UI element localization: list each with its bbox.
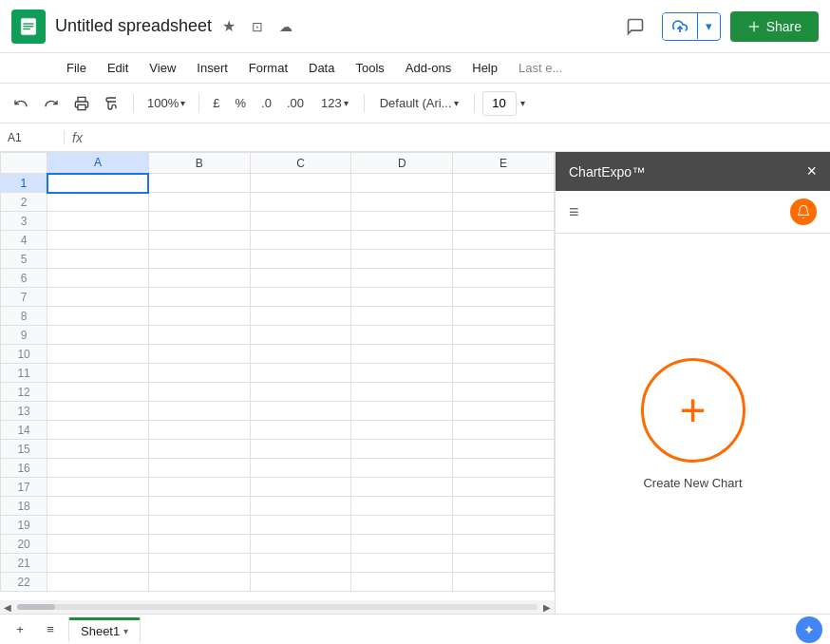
scroll-left-arrow[interactable]: ◀: [4, 602, 11, 613]
cell-D19[interactable]: [351, 516, 453, 535]
row-header-5[interactable]: 5: [1, 250, 47, 269]
cell-D4[interactable]: [351, 231, 453, 250]
cell-E19[interactable]: [453, 516, 555, 535]
cell-C1[interactable]: [250, 174, 351, 193]
cell-C20[interactable]: [250, 535, 351, 554]
cell-E6[interactable]: [453, 269, 555, 288]
cell-D18[interactable]: [351, 497, 453, 516]
cell-A7[interactable]: [47, 288, 149, 307]
explore-button[interactable]: ✦: [796, 616, 822, 643]
col-header-e[interactable]: E: [453, 153, 555, 174]
cell-D17[interactable]: [351, 478, 453, 497]
upload-arrow-button[interactable]: ▾: [697, 13, 720, 39]
col-header-b[interactable]: B: [148, 153, 250, 174]
cell-C16[interactable]: [250, 459, 351, 478]
cell-B17[interactable]: [148, 478, 250, 497]
cell-D9[interactable]: [351, 326, 453, 345]
cell-C4[interactable]: [250, 231, 351, 250]
cell-B9[interactable]: [148, 326, 250, 345]
cell-B13[interactable]: [148, 402, 250, 421]
cell-E4[interactable]: [453, 231, 555, 250]
cell-B3[interactable]: [148, 212, 250, 231]
cell-E14[interactable]: [453, 421, 555, 440]
row-header-11[interactable]: 11: [1, 364, 47, 383]
cell-E7[interactable]: [453, 288, 555, 307]
menu-format[interactable]: Format: [239, 57, 297, 79]
row-header-1[interactable]: 1: [1, 174, 47, 193]
cell-A8[interactable]: [47, 307, 149, 326]
print-button[interactable]: [68, 90, 95, 117]
menu-edit[interactable]: Edit: [98, 57, 138, 79]
row-header-3[interactable]: 3: [1, 212, 47, 231]
cell-D13[interactable]: [351, 402, 453, 421]
cell-B4[interactable]: [148, 231, 250, 250]
scroll-right-arrow[interactable]: ▶: [543, 602, 551, 613]
cell-A21[interactable]: [47, 554, 149, 573]
paint-format-button[interactable]: [99, 90, 125, 117]
cell-A6[interactable]: [47, 269, 149, 288]
cell-C10[interactable]: [250, 345, 351, 364]
row-header-8[interactable]: 8: [1, 307, 47, 326]
cell-E17[interactable]: [453, 478, 555, 497]
horizontal-scrollbar[interactable]: ◀ ▶: [0, 600, 555, 614]
cell-C22[interactable]: [250, 573, 351, 592]
cloud-icon[interactable]: ☁: [276, 17, 295, 36]
panel-menu-icon[interactable]: ≡: [569, 202, 579, 222]
cell-C8[interactable]: [250, 307, 351, 326]
comments-button[interactable]: [618, 9, 652, 44]
cell-B22[interactable]: [148, 573, 250, 592]
col-header-a[interactable]: A: [47, 153, 149, 174]
cell-C21[interactable]: [250, 554, 351, 573]
cell-D8[interactable]: [351, 307, 453, 326]
cell-A2[interactable]: [47, 193, 149, 212]
menu-help[interactable]: Help: [462, 57, 507, 79]
cell-A19[interactable]: [47, 516, 149, 535]
cell-E9[interactable]: [453, 326, 555, 345]
cell-D21[interactable]: [351, 554, 453, 573]
redo-button[interactable]: [38, 90, 65, 117]
menu-addons[interactable]: Add-ons: [396, 57, 461, 79]
cell-E20[interactable]: [453, 535, 555, 554]
col-header-d[interactable]: D: [351, 153, 453, 174]
cell-B14[interactable]: [148, 421, 250, 440]
cell-B10[interactable]: [148, 345, 250, 364]
cell-reference-box[interactable]: A1: [8, 131, 65, 144]
cell-D5[interactable]: [351, 250, 453, 269]
font-dropdown[interactable]: Default (Ari... ▾: [372, 94, 466, 112]
cell-D3[interactable]: [351, 212, 453, 231]
format-dropdown[interactable]: 123 ▾: [313, 94, 356, 112]
sheet-menu-button[interactable]: ≡: [38, 617, 63, 642]
row-header-13[interactable]: 13: [1, 402, 47, 421]
panel-close-button[interactable]: ×: [806, 161, 817, 181]
cell-A5[interactable]: [47, 250, 149, 269]
font-size-box[interactable]: 10: [482, 91, 517, 116]
cell-E16[interactable]: [453, 459, 555, 478]
percent-button[interactable]: %: [229, 90, 252, 117]
row-header-19[interactable]: 19: [1, 516, 47, 535]
cell-B18[interactable]: [148, 497, 250, 516]
cell-C5[interactable]: [250, 250, 351, 269]
row-header-12[interactable]: 12: [1, 383, 47, 402]
zoom-control[interactable]: 100% ▾: [141, 94, 191, 112]
cell-E22[interactable]: [453, 573, 555, 592]
cell-E18[interactable]: [453, 497, 555, 516]
cell-E21[interactable]: [453, 554, 555, 573]
cell-A9[interactable]: [47, 326, 149, 345]
cell-C12[interactable]: [250, 383, 351, 402]
cell-C9[interactable]: [250, 326, 351, 345]
cell-D1[interactable]: [351, 174, 453, 193]
star-icon[interactable]: ★: [219, 17, 238, 36]
cell-A10[interactable]: [47, 345, 149, 364]
cell-B7[interactable]: [148, 288, 250, 307]
cell-D12[interactable]: [351, 383, 453, 402]
cell-B2[interactable]: [148, 193, 250, 212]
cell-B8[interactable]: [148, 307, 250, 326]
row-header-22[interactable]: 22: [1, 573, 47, 592]
cell-A3[interactable]: [47, 212, 149, 231]
col-header-c[interactable]: C: [250, 153, 351, 174]
menu-insert[interactable]: Insert: [187, 57, 237, 79]
cell-D14[interactable]: [351, 421, 453, 440]
row-header-2[interactable]: 2: [1, 193, 47, 212]
cell-E1[interactable]: [453, 174, 555, 193]
cell-D7[interactable]: [351, 288, 453, 307]
